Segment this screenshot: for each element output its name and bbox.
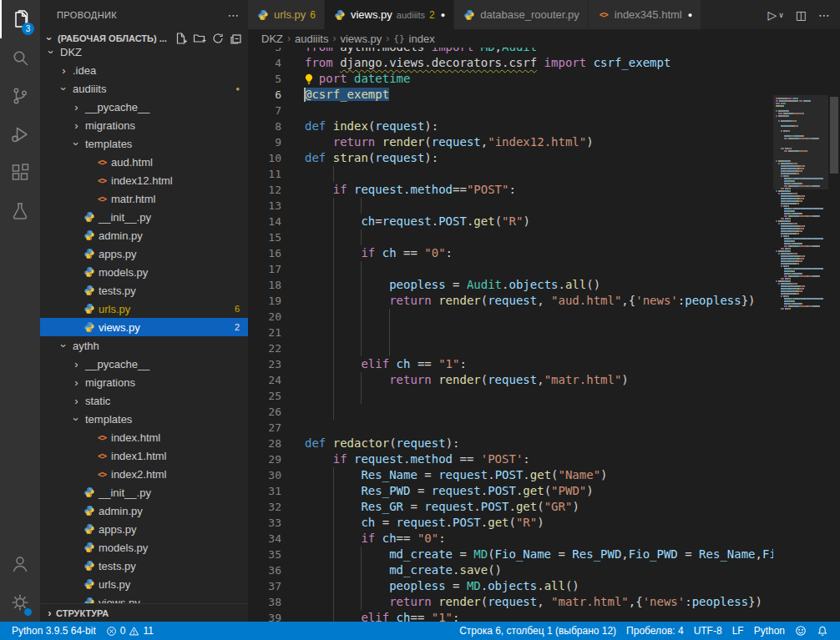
more-actions-icon[interactable]: ⋯: [228, 8, 240, 22]
code-line-30[interactable]: 30 Res_Name = request.POST.get("Name"): [248, 467, 840, 483]
run-python-file-button[interactable]: ▷∨: [767, 8, 783, 22]
tree-file-tests.py[interactable]: tests.py: [40, 557, 248, 575]
tree-folder-DKZ[interactable]: ›DKZ: [40, 48, 248, 61]
code-line-33[interactable]: 33 ch = request.POST.get("R"): [248, 515, 840, 531]
run-dropdown-caret-icon[interactable]: ∨: [778, 11, 784, 19]
tree-file-aud.html[interactable]: <>aud.html: [40, 153, 248, 171]
problems-status[interactable]: 0 11: [101, 622, 159, 640]
code-line-12[interactable]: 12 if request.method=="POST":: [248, 182, 840, 198]
tree-folder-templates[interactable]: ›templates: [40, 410, 248, 428]
code-line-17[interactable]: 17: [248, 261, 840, 277]
source-control-view-icon[interactable]: [0, 77, 40, 115]
code-line-4[interactable]: 4from django.views.decorators.csrf impor…: [248, 55, 840, 71]
code-line-31[interactable]: 31 Res_PWD = request.POST.get("PWD"): [248, 483, 840, 499]
code-line-27[interactable]: 27: [248, 420, 840, 436]
code-line-11[interactable]: 11: [248, 166, 840, 182]
tree-file-admin.py[interactable]: admin.py: [40, 226, 248, 244]
breadcrumb-item-symbol[interactable]: index: [409, 33, 435, 45]
code-line-29[interactable]: 29 if request.method == 'POST':: [248, 451, 840, 467]
tree-file-matr.html[interactable]: <>matr.html: [40, 189, 248, 208]
code-line-26[interactable]: 26: [248, 404, 840, 420]
tree-file-tests.py[interactable]: tests.py: [40, 281, 248, 300]
minimap[interactable]: [773, 95, 828, 603]
code-line-20[interactable]: 20: [248, 309, 840, 325]
tab-database_roouter.py[interactable]: database_roouter.py: [454, 0, 589, 29]
tree-file-__init__.py[interactable]: __init__.py: [40, 208, 248, 226]
notifications-bell-icon[interactable]: [812, 622, 833, 640]
language-mode-status[interactable]: Python: [749, 622, 790, 640]
tree-folder-__pycache__[interactable]: ›__pycache__: [40, 355, 248, 373]
tree-file-index2.html[interactable]: <>index2.html: [40, 465, 248, 483]
tree-folder-migrations[interactable]: ›migrations: [40, 116, 248, 134]
refresh-icon[interactable]: [211, 32, 225, 45]
code-line-13[interactable]: 13: [248, 198, 840, 214]
python-interpreter-status[interactable]: Python 3.9.5 64-bit: [7, 622, 101, 640]
tree-folder-aythh[interactable]: ›aythh: [40, 336, 248, 355]
tree-file-index1.html[interactable]: <>index1.html: [40, 446, 248, 465]
tree-file-__init__.py[interactable]: __init__.py: [40, 483, 248, 501]
outline-section-header[interactable]: › СТРУКТУРА: [40, 603, 248, 622]
modified-dot-icon[interactable]: ●: [688, 11, 692, 19]
minimap-slider[interactable]: [773, 95, 828, 189]
split-editor-button[interactable]: ◫: [796, 8, 807, 22]
explorer-view-icon[interactable]: 3: [0, 0, 40, 38]
indentation-status[interactable]: Пробелов: 4: [621, 622, 689, 640]
code-line-10[interactable]: 10def stran(request):: [248, 150, 840, 166]
code-line-8[interactable]: 8def index(request):: [248, 118, 840, 134]
testing-view-icon[interactable]: [0, 192, 40, 230]
tree-file-apps.py[interactable]: apps.py: [40, 520, 248, 538]
new-folder-icon[interactable]: [193, 32, 206, 45]
tree-folder-__pycache__[interactable]: ›__pycache__: [40, 98, 248, 116]
workspace-section-header[interactable]: › (РАБОЧАЯ ОБЛАСТЬ) ...: [40, 29, 248, 48]
scrollbar-thumb[interactable]: [830, 97, 838, 174]
tab-index345.html[interactable]: <>index345.html●: [589, 0, 701, 29]
encoding-status[interactable]: UTF-8: [689, 622, 727, 640]
tree-file-models.py[interactable]: models.py: [40, 538, 248, 557]
code-line-3[interactable]: 3from aythh.models import MD,Audit: [248, 48, 840, 55]
breadcrumb-item-root[interactable]: DKZ: [261, 33, 283, 45]
code-line-21[interactable]: 21: [248, 325, 840, 340]
code-line-7[interactable]: 7: [248, 103, 840, 118]
code-line-39[interactable]: 39 elif ch== "1":: [248, 610, 840, 622]
tree-file-admin.py[interactable]: admin.py: [40, 501, 248, 520]
tree-file-index.html[interactable]: <>index.html: [40, 428, 248, 446]
tree-file-urls.py[interactable]: urls.py6: [40, 300, 248, 318]
tree-folder-migrations[interactable]: ›migrations: [40, 373, 248, 391]
code-line-9[interactable]: 9 return render(request,"index12.html"): [248, 134, 840, 150]
code-line-18[interactable]: 18 peopless = Audit.objects.all(): [248, 277, 840, 293]
feedback-smiley-icon[interactable]: [790, 622, 812, 640]
code-line-35[interactable]: 35 md_create = MD(Fio_Name = Res_PWD,Fio…: [248, 547, 840, 562]
modified-dot-icon[interactable]: ●: [441, 11, 445, 19]
tree-folder-.idea[interactable]: ›.idea: [40, 61, 248, 79]
code-line-32[interactable]: 32 Res_GR = request.POST.get("GR"): [248, 499, 840, 515]
tree-folder-templates[interactable]: ›templates: [40, 134, 248, 153]
code-line-36[interactable]: 36 md_create.save(): [248, 562, 840, 578]
breadcrumb-item-file[interactable]: views.py: [340, 33, 382, 45]
tree-folder-audiiits[interactable]: ›audiiits●: [40, 79, 248, 98]
tab-views.py[interactable]: views.pyaudiiits2●: [325, 0, 454, 29]
editor-more-actions-button[interactable]: ⋯: [818, 8, 830, 22]
tree-file-models.py[interactable]: models.py: [40, 263, 248, 281]
lightbulb-icon[interactable]: [303, 73, 320, 86]
extensions-view-icon[interactable]: [0, 154, 40, 192]
code-line-5[interactable]: 5import datetime: [248, 71, 840, 87]
code-line-19[interactable]: 19 return render(request, "aud.html",{'n…: [248, 293, 840, 309]
tree-file-views.py[interactable]: views.py: [40, 593, 248, 603]
breadcrumb-item-folder[interactable]: audiiits: [295, 33, 328, 45]
tree-file-views.py[interactable]: views.py2: [40, 318, 248, 336]
tree-file-index12.html[interactable]: <>index12.html: [40, 171, 248, 189]
new-file-icon[interactable]: [175, 32, 188, 45]
code-line-15[interactable]: 15: [248, 229, 840, 245]
tree-folder-static[interactable]: ›static: [40, 391, 248, 410]
code-line-24[interactable]: 24 return render(request,"matr.html"): [248, 372, 840, 388]
code-line-6[interactable]: 6@csrf_exempt: [248, 87, 840, 103]
code-editor[interactable]: 3from aythh.models import MD,Audit4from …: [248, 48, 840, 622]
code-line-28[interactable]: 28def redactor(request):: [248, 436, 840, 451]
search-view-icon[interactable]: [0, 38, 40, 77]
tree-file-urls.py[interactable]: urls.py: [40, 575, 248, 593]
settings-gear-icon[interactable]: [0, 583, 40, 622]
eol-status[interactable]: LF: [727, 622, 749, 640]
code-line-22[interactable]: 22: [248, 340, 840, 356]
code-line-16[interactable]: 16 if ch == "0":: [248, 245, 840, 261]
run-debug-view-icon[interactable]: [0, 115, 40, 154]
